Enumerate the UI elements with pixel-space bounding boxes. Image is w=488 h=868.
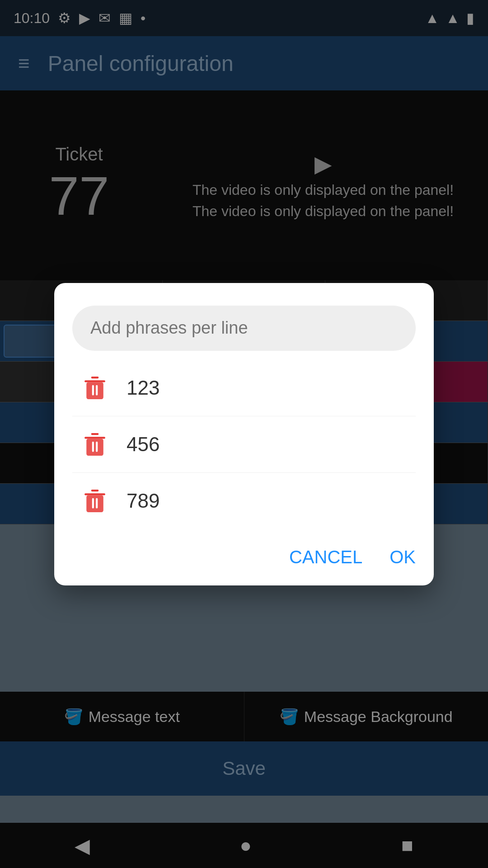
delete-phrase-3-button[interactable]	[81, 486, 108, 516]
svg-rect-9	[96, 441, 98, 452]
svg-rect-12	[86, 495, 103, 512]
cancel-button[interactable]: Cancel	[289, 547, 362, 567]
svg-rect-8	[92, 441, 94, 452]
svg-rect-3	[92, 385, 94, 395]
svg-rect-10	[84, 493, 105, 495]
svg-rect-0	[84, 380, 105, 382]
delete-phrase-1-button[interactable]	[81, 373, 108, 403]
svg-rect-14	[96, 498, 98, 508]
dialog-phrase-input[interactable]	[72, 306, 416, 351]
list-item: 789	[72, 473, 416, 529]
phrase-2-text: 456	[127, 433, 160, 456]
svg-rect-5	[84, 437, 105, 439]
svg-rect-4	[96, 385, 98, 395]
list-item: 456	[72, 416, 416, 473]
delete-phrase-2-button[interactable]	[81, 429, 108, 460]
svg-rect-1	[91, 377, 99, 378]
dialog-actions: Cancel OK	[72, 538, 416, 567]
dialog: 123 456	[54, 283, 434, 585]
svg-rect-6	[91, 433, 99, 435]
svg-rect-2	[86, 382, 103, 399]
list-item: 123	[72, 360, 416, 416]
svg-rect-13	[92, 498, 94, 508]
svg-rect-7	[86, 439, 103, 456]
svg-rect-11	[91, 490, 99, 491]
phrase-1-text: 123	[127, 377, 160, 399]
phrase-3-text: 789	[127, 490, 160, 512]
dialog-overlay: 123 456	[0, 0, 488, 868]
ok-button[interactable]: OK	[389, 547, 416, 567]
dialog-phrase-list: 123 456	[72, 360, 416, 529]
